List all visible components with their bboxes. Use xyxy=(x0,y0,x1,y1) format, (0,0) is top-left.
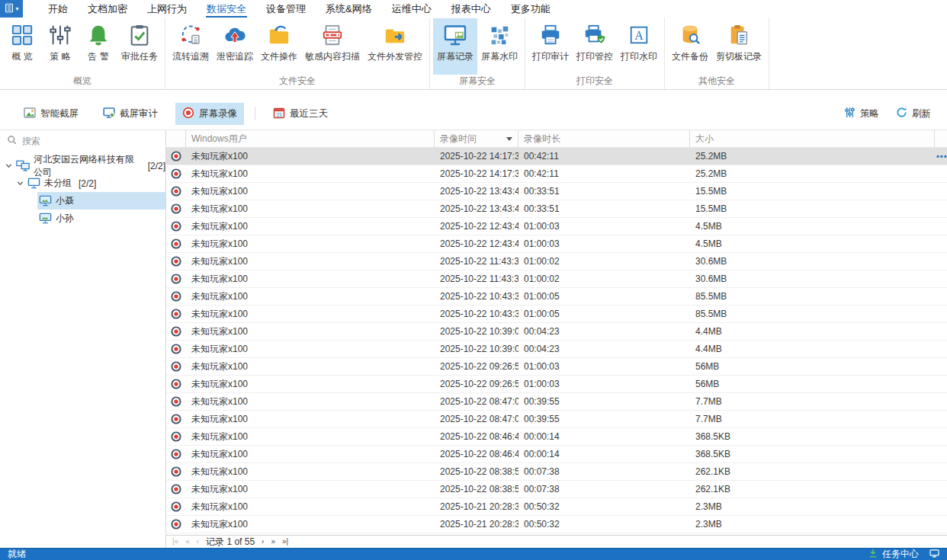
record-icon xyxy=(166,200,186,217)
policy-icon xyxy=(49,22,72,48)
ribbon-button-alarm[interactable]: 告 警 xyxy=(79,18,117,75)
tree-node-1[interactable]: 未分组[2/2] xyxy=(0,174,165,192)
table-row[interactable]: 未知玩家x1002025-10-22 08:47:0300:39:557.7MB xyxy=(166,393,947,411)
table-row[interactable]: 未知玩家x1002025-10-22 10:39:0900:04:234.4MB xyxy=(166,341,947,358)
menu-tab-3[interactable]: 数据安全 xyxy=(197,0,256,18)
ribbon-group: 打印审计打印管控A打印水印打印安全 xyxy=(525,18,665,89)
ribbon-button-file-ops[interactable]: 文件操作 xyxy=(257,18,301,75)
ribbon-button-print-control[interactable]: 打印管控 xyxy=(573,18,617,75)
column-header-size[interactable]: 大小 xyxy=(690,130,935,147)
ribbon-button-sensitive-scan[interactable]: 敏感内容扫描 xyxy=(301,18,364,75)
toolbar-button-smart-capture[interactable]: 智能截屏 xyxy=(17,103,85,125)
cell-windows-user: 未知玩家x100 xyxy=(186,376,435,392)
table-row[interactable]: 未知玩家x1002025-10-22 09:26:5901:00:0356MB xyxy=(166,376,947,393)
ribbon-button-clipboard-record[interactable]: 剪切板记录 xyxy=(712,18,766,75)
table-row[interactable]: 未知玩家x1002025-10-22 08:46:4800:00:14368.5… xyxy=(166,446,947,463)
chevron-down-icon[interactable] xyxy=(14,180,26,187)
menu-tab-2[interactable]: 上网行为 xyxy=(137,0,197,18)
toolbar-button-capture-audit[interactable]: 截屏审计 xyxy=(96,103,165,125)
tree-node-2[interactable]: 小聂 xyxy=(0,192,165,210)
ribbon-button-print-audit[interactable]: 打印审计 xyxy=(528,18,573,75)
sort-desc-icon[interactable] xyxy=(506,137,512,141)
table-row[interactable]: 未知玩家x1002025-10-22 11:43:3801:00:0230.6M… xyxy=(166,270,947,288)
terminal-icon xyxy=(39,213,52,225)
ribbon-button-flow-trace[interactable]: 流转追溯 xyxy=(169,18,213,75)
pager-prev-button[interactable]: ‹ xyxy=(197,538,199,546)
chevron-down-icon[interactable] xyxy=(3,162,14,169)
task-center-link[interactable]: 任务中心 xyxy=(882,548,919,560)
pager-label: 记录 1 of 55 xyxy=(206,536,255,549)
table-row[interactable]: 未知玩家x1002025-10-22 12:43:4101:00:034.5MB xyxy=(166,235,947,253)
ribbon-button-file-outgoing[interactable]: 文件外发管控 xyxy=(364,18,426,75)
record-icon xyxy=(166,288,186,305)
menu-tab-6[interactable]: 运维中心 xyxy=(382,0,441,18)
cell-record-duration: 00:42:11 xyxy=(518,165,690,182)
ribbon-button-approval[interactable]: 审批任务 xyxy=(117,18,162,75)
ribbon-button-screen-record[interactable]: 屏幕记录 xyxy=(433,18,477,75)
table-row[interactable]: 未知玩家x1002025-10-22 14:17:3600:42:1125.2M… xyxy=(166,148,947,165)
table-row[interactable]: 未知玩家x1002025-10-22 08:46:4800:00:14368.5… xyxy=(166,428,947,446)
ribbon-button-screen-watermark[interactable]: 屏幕水印 xyxy=(477,18,522,75)
tree-node-content: 小孙 xyxy=(37,210,165,227)
row-actions-ellipsis-button[interactable]: ••• xyxy=(936,152,947,161)
menu-tab-0[interactable]: 开始 xyxy=(38,0,78,18)
table-row[interactable]: 未知玩家x1002025-10-22 10:43:3201:00:0585.5M… xyxy=(166,288,947,306)
pager-fast-prev-button[interactable]: « xyxy=(185,538,190,546)
table-row[interactable]: 未知玩家x1002025-10-21 20:28:3700:50:322.3MB xyxy=(166,498,947,516)
app-menu-button[interactable]: ▾ xyxy=(0,0,23,18)
table-row[interactable]: 未知玩家x1002025-10-21 20:28:3700:50:322.3MB xyxy=(166,516,947,533)
menu-tab-4[interactable]: 设备管理 xyxy=(256,0,316,18)
screen-watermark-icon xyxy=(488,22,511,48)
table-row[interactable]: 未知玩家x1002025-10-22 10:39:0900:04:234.4MB xyxy=(166,323,947,341)
pager-fast-next-button[interactable]: » xyxy=(271,538,275,546)
column-header-label: 大小 xyxy=(695,133,714,146)
menu-tab-1[interactable]: 文档加密 xyxy=(78,0,137,18)
cell-filler xyxy=(935,165,947,182)
ribbon-button-label: 流转追溯 xyxy=(172,50,209,63)
table-row[interactable]: 未知玩家x1002025-10-22 14:17:3600:42:1125.2M… xyxy=(166,165,947,183)
ribbon-button-policy[interactable]: 策 略 xyxy=(41,18,79,75)
toolbar-button-policy-small[interactable]: 策略 xyxy=(837,103,886,124)
record-icon xyxy=(166,165,186,182)
column-header-record-duration[interactable]: 录像时长 xyxy=(518,130,690,147)
cell-windows-user: 未知玩家x100 xyxy=(186,270,435,287)
ribbon-button-file-backup[interactable]: 文件备份 xyxy=(668,18,712,75)
cell-record-time: 2025-10-22 08:47:03 xyxy=(435,411,518,427)
sidebar: 河北安国云网络科技有限公司[2/2]未分组[2/2]小聂小孙 xyxy=(0,130,166,548)
tree-node-0[interactable]: 河北安国云网络科技有限公司[2/2] xyxy=(0,157,165,174)
pager-next-button[interactable]: › xyxy=(262,538,264,546)
ribbon-button-leak-track[interactable]: 泄密追踪 xyxy=(213,18,257,75)
column-header-filler xyxy=(935,130,947,147)
menu-tab-8[interactable]: 更多功能 xyxy=(501,0,560,18)
ribbon-button-print-watermark[interactable]: A打印水印 xyxy=(617,18,661,75)
toolbar-button-refresh[interactable]: 刷新 xyxy=(889,103,938,124)
table-row[interactable]: 未知玩家x1002025-10-22 11:43:3801:00:0230.6M… xyxy=(166,253,947,270)
menu-tab-5[interactable]: 系统&网络 xyxy=(316,0,382,18)
pagination-bar: |« « ‹ 记录 1 of 55 › » »| xyxy=(166,535,947,548)
ribbon: 概 览策 略告 警审批任务概览流转追溯泄密追踪文件操作敏感内容扫描文件外发管控文… xyxy=(0,18,947,90)
cell-record-duration: 01:00:03 xyxy=(518,218,690,235)
table-row[interactable]: 未知玩家x1002025-10-22 12:43:4101:00:034.5MB xyxy=(166,218,947,235)
table-row[interactable]: 未知玩家x1002025-10-22 08:38:5700:07:38262.1… xyxy=(166,481,947,498)
search-icon xyxy=(7,135,17,147)
pager-first-button[interactable]: |« xyxy=(172,538,178,546)
toolbar-button-screen-recording[interactable]: 屏幕录像 xyxy=(175,103,244,125)
table-row[interactable]: 未知玩家x1002025-10-22 13:43:4400:33:5115.5M… xyxy=(166,183,947,200)
table-row[interactable]: 未知玩家x1002025-10-22 08:38:5700:07:38262.1… xyxy=(166,463,947,481)
toolbar-button-calendar[interactable]: 23最近三天 xyxy=(266,103,335,125)
tray-window-icon[interactable] xyxy=(929,549,939,560)
tree-node-3[interactable]: 小孙 xyxy=(0,210,165,227)
pager-last-button[interactable]: »| xyxy=(282,538,288,546)
toolbar-button-label: 截屏审计 xyxy=(120,107,158,120)
column-header-record-time[interactable]: 录像时间 xyxy=(435,130,518,147)
table-row[interactable]: 未知玩家x1002025-10-22 10:43:3201:00:0585.5M… xyxy=(166,306,947,323)
table-row[interactable]: 未知玩家x1002025-10-22 08:47:0300:39:557.7MB xyxy=(166,411,947,428)
menu-tab-7[interactable]: 报表中心 xyxy=(441,0,501,18)
cell-size: 56MB xyxy=(690,376,935,392)
search-input[interactable] xyxy=(22,136,159,146)
column-header-windows-user[interactable]: Windows用户 xyxy=(186,130,435,147)
tree-node-content: 小聂 xyxy=(37,192,165,210)
table-row[interactable]: 未知玩家x1002025-10-22 13:43:4400:33:5115.5M… xyxy=(166,200,947,218)
ribbon-button-overview[interactable]: 概 览 xyxy=(3,18,41,75)
table-row[interactable]: 未知玩家x1002025-10-22 09:26:5901:00:0356MB xyxy=(166,358,947,376)
